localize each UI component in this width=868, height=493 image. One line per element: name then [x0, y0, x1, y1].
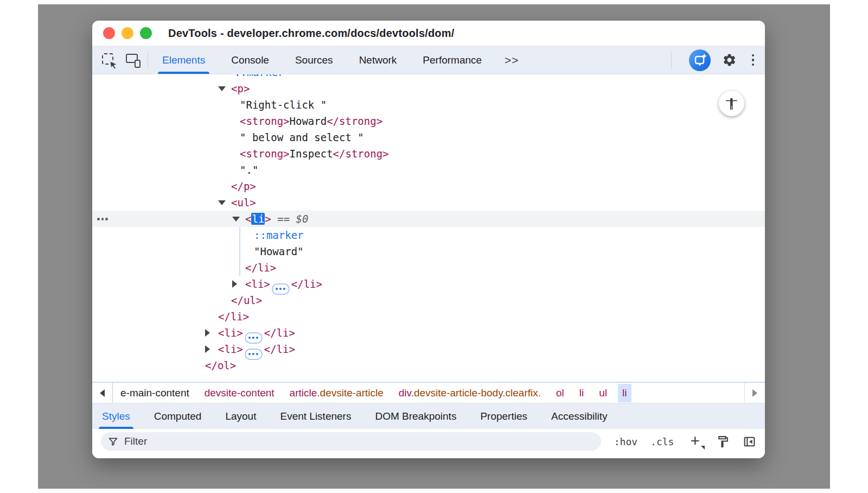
- panel-tabs: ElementsConsoleSourcesNetworkPerformance: [162, 46, 482, 74]
- dom-tree-row[interactable]: </li>: [92, 260, 765, 276]
- accessibility-overlay-button[interactable]: [719, 91, 744, 116]
- crumb-token: e-main-content: [120, 387, 189, 399]
- breadcrumb-item[interactable]: li: [618, 384, 631, 402]
- tab-performance[interactable]: Performance: [423, 46, 482, 74]
- dom-tree-row[interactable]: </li>: [92, 308, 765, 325]
- sidebar-tab-dom-breakpoints[interactable]: DOM Breakpoints: [375, 403, 456, 429]
- pseudo-state-toggle[interactable]: :hov: [614, 436, 637, 447]
- desktop-background: DevTools - developer.chrome.com/docs/dev…: [38, 4, 830, 489]
- tab-label: Sources: [295, 54, 333, 66]
- dom-tree-row[interactable]: "Right-click ": [92, 97, 765, 113]
- more-panels-button[interactable]: >>: [505, 54, 519, 67]
- code-token: ::marker: [254, 229, 304, 241]
- dom-tree-row[interactable]: </ul>: [92, 292, 765, 308]
- collapse-arrow-icon[interactable]: [218, 86, 226, 91]
- breadcrumb-scroll-left-button[interactable]: [92, 383, 113, 403]
- indent-guide: [239, 227, 240, 276]
- sidebar-tab-accessibility[interactable]: Accessibility: [551, 403, 607, 429]
- code-token: <p>: [231, 83, 250, 94]
- breadcrumb-item[interactable]: ul: [595, 384, 611, 402]
- chevron-left-icon: [100, 389, 105, 397]
- code-token: <strong>: [240, 148, 290, 160]
- dom-tree-row[interactable]: <li></li>: [92, 341, 765, 357]
- minimize-window-button[interactable]: [122, 27, 133, 39]
- crumb-token: article: [290, 387, 317, 399]
- code-token: </li>: [264, 343, 295, 355]
- dom-tree-row[interactable]: </p>: [92, 178, 765, 194]
- dropdown-corner-icon: [701, 446, 705, 450]
- filter-field[interactable]: [101, 432, 601, 451]
- window-title: DevTools - developer.chrome.com/docs/dev…: [168, 27, 455, 40]
- expand-arrow-icon[interactable]: [205, 329, 210, 337]
- close-window-button[interactable]: [103, 27, 115, 39]
- hidden-elements-dots-icon[interactable]: [97, 218, 108, 220]
- crumb-token: li: [622, 387, 627, 399]
- dom-tree-row[interactable]: ::marker: [92, 74, 765, 80]
- zoom-window-button[interactable]: [140, 27, 152, 39]
- code-token: <li>: [218, 343, 243, 355]
- expand-arrow-icon[interactable]: [232, 280, 237, 288]
- paint-roller-icon[interactable]: [716, 435, 730, 448]
- new-style-rule-button[interactable]: +: [690, 435, 700, 448]
- code-token: <: [245, 213, 251, 225]
- collapse-arrow-icon[interactable]: [232, 217, 240, 222]
- sidebar-tab-event-listeners[interactable]: Event Listeners: [280, 403, 351, 429]
- sidebar-tab-label: Event Listeners: [280, 410, 351, 422]
- toggle-device-toolbar-icon[interactable]: [125, 52, 141, 68]
- dom-tree-row[interactable]: <strong>Howard</strong>: [92, 113, 765, 129]
- code-token: Howard: [290, 115, 327, 127]
- dom-tree-row[interactable]: "Howard": [92, 243, 765, 260]
- filter-input[interactable]: [124, 435, 595, 447]
- active-tab-underline: [99, 427, 133, 429]
- code-token: </p>: [231, 180, 256, 192]
- sidebar-tab-styles[interactable]: Styles: [102, 403, 130, 429]
- sidebar-tab-properties[interactable]: Properties: [480, 403, 527, 429]
- breadcrumb-item[interactable]: e-main-content: [116, 384, 194, 402]
- expand-arrow-icon[interactable]: [205, 345, 210, 353]
- toolbar-divider: [148, 52, 148, 68]
- code-token: <strong>: [240, 115, 290, 127]
- dom-tree-row[interactable]: <ul>: [92, 194, 765, 211]
- tab-label: Console: [231, 54, 269, 66]
- dom-tree-row[interactable]: " below and select ": [92, 129, 765, 146]
- tab-label: Performance: [423, 54, 482, 66]
- tab-network[interactable]: Network: [359, 46, 397, 74]
- code-token: </li>: [291, 278, 322, 290]
- crumb-token: div: [399, 387, 411, 399]
- dom-tree-row[interactable]: <strong>Inspect</strong>: [92, 146, 765, 162]
- code-token: Inspect: [290, 148, 333, 160]
- dom-tree-row[interactable]: ::marker: [92, 227, 765, 243]
- tab-elements[interactable]: Elements: [162, 46, 205, 74]
- breadcrumb-item[interactable]: devsite-content: [200, 384, 279, 402]
- sidebar-tab-layout[interactable]: Layout: [225, 403, 256, 429]
- more-options-kebab-icon[interactable]: [749, 53, 758, 67]
- sidebar-tab-label: Properties: [480, 410, 527, 422]
- code-token: " below and select ": [240, 131, 364, 143]
- ai-assistance-icon[interactable]: [689, 49, 711, 71]
- dom-tree-row[interactable]: <li> == $0: [92, 211, 765, 227]
- sidebar-tab-computed[interactable]: Computed: [154, 403, 202, 429]
- collapse-arrow-icon[interactable]: [218, 200, 226, 205]
- sidebar-toggle-icon[interactable]: [743, 435, 756, 448]
- settings-gear-icon[interactable]: [722, 52, 738, 68]
- dom-tree-row[interactable]: ".": [92, 162, 765, 178]
- dom-tree-row[interactable]: </ol>: [92, 357, 765, 374]
- tab-console[interactable]: Console: [231, 46, 269, 74]
- chevron-right-icon: [752, 389, 757, 397]
- dom-tree-row[interactable]: <p>: [92, 80, 765, 97]
- dom-tree-row[interactable]: <li></li>: [92, 276, 765, 292]
- crumb-token: .devsite-article: [317, 387, 384, 399]
- breadcrumb-item[interactable]: article.devsite-article: [285, 384, 388, 402]
- code-token: ".": [240, 164, 258, 176]
- class-toggle[interactable]: .cls: [650, 436, 674, 447]
- breadcrumb-item[interactable]: ol: [552, 384, 569, 402]
- devtools-window: DevTools - developer.chrome.com/docs/dev…: [92, 21, 765, 458]
- dom-tree-row[interactable]: <li></li>: [92, 325, 765, 341]
- tab-sources[interactable]: Sources: [295, 46, 333, 74]
- active-tab-underline: [158, 72, 209, 74]
- inspect-element-icon[interactable]: [101, 52, 117, 68]
- breadcrumb-item[interactable]: div.devsite-article-body.clearfix.: [394, 384, 545, 402]
- breadcrumb-item[interactable]: li: [575, 384, 588, 402]
- sidebar-tab-label: DOM Breakpoints: [375, 410, 456, 422]
- breadcrumb-scroll-right-button[interactable]: [744, 383, 765, 403]
